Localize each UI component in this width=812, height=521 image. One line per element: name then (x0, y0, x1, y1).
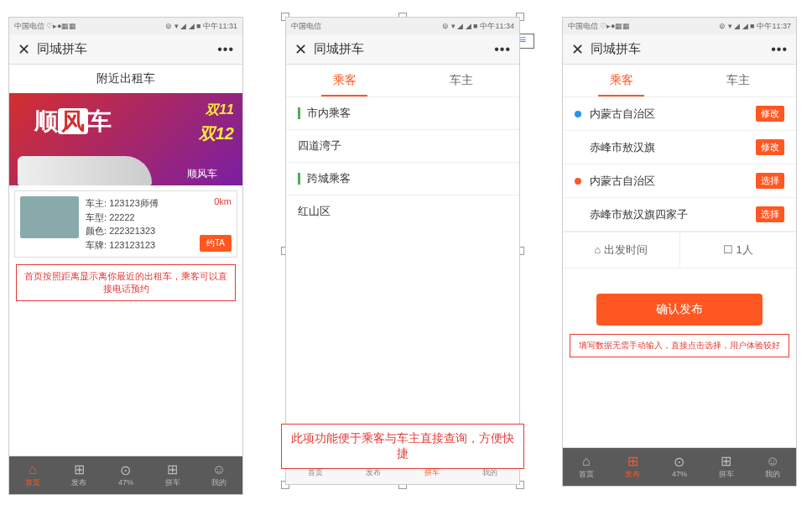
status-icons: ♡▸●▦▦ (600, 22, 630, 30)
phone-screenshot-1: 中国电信 ♡▸●▦▦ ⊚ ▾ ◢ ◢ ■ 中午11:31 ✕ 同城拼车 ••• … (8, 17, 243, 495)
car-icon: ⊞ (721, 455, 731, 468)
submit-button[interactable]: 确认发布 (596, 294, 763, 326)
car-color: 222321323 (109, 226, 155, 236)
phone-screenshot-3: 中国电信 ♡▸●▦▦ ⊚ ▾ ◢ ◢ ■ 中午11:37 ✕ 同城拼车 ••• … (562, 17, 797, 487)
close-icon[interactable]: ✕ (571, 40, 584, 59)
list-item[interactable]: 红山区 (286, 195, 519, 223)
user-icon: ☺ (212, 463, 226, 477)
search-icon: ⊙ (120, 464, 131, 477)
dot-icon (575, 111, 581, 117)
nav-publish[interactable]: ⊞发布 (56, 456, 103, 494)
nav-bar: ✕ 同城拼车 ••• (9, 34, 242, 65)
tabs: 乘客 车主 (286, 65, 519, 97)
driver-info: 车主: 123123师傅 车型: 22222 颜色: 222321323 车牌:… (86, 196, 193, 252)
list-header: 跨城乘客 (286, 163, 519, 195)
list-header: 市内乘客 (286, 97, 519, 130)
tab-owner[interactable]: 车主 (679, 65, 796, 96)
nav-title: 同城拼车 (314, 41, 494, 57)
indicator-icon (298, 107, 300, 119)
tab-passenger[interactable]: 乘客 (286, 65, 403, 96)
status-bar: 中国电信 ♡▸●▦▦ ⊚ ▾ ◢ ◢ ■ 中午11:31 (9, 18, 242, 34)
tabs: 乘客 车主 (563, 65, 796, 97)
train-graphic (18, 156, 152, 185)
car-plate: 123123123 (109, 240, 155, 250)
more-icon[interactable]: ••• (217, 42, 234, 57)
home-icon: ⌂ (29, 463, 37, 477)
status-time: 中午11:37 (757, 21, 791, 32)
bottom-nav: ⌂首页 ⊞发布 ⊙47% ⊞拼车 ☺我的 (9, 456, 242, 494)
location-row[interactable]: 赤峰市敖汉旗四家子选择 (563, 198, 796, 232)
plus-icon: ⊞ (74, 463, 85, 477)
modify-button[interactable]: 修改 (756, 139, 784, 155)
banner-d12: 双12 (199, 122, 234, 145)
home-icon: ⌂ (595, 243, 601, 256)
tab-owner[interactable]: 车主 (403, 65, 519, 96)
indicator-icon (298, 173, 300, 185)
status-time: 中午11:31 (203, 21, 237, 32)
status-bar: 中国电信 ⊚ ▾ ◢ ◢ ■ 中午11:34 (286, 18, 519, 34)
banner-d11: 双11 (206, 102, 234, 119)
modify-button[interactable]: 修改 (756, 106, 784, 122)
list-item[interactable]: 四道湾子 (286, 130, 519, 163)
close-icon[interactable]: ✕ (294, 40, 307, 59)
nav-mine[interactable]: ☺我的 (195, 456, 242, 494)
people-button[interactable]: ☐ 1人 (680, 232, 797, 268)
location-row[interactable]: 赤峰市敖汉旗修改 (563, 131, 796, 164)
status-icons: ♡▸●▦▦ (46, 22, 76, 30)
distance: 0km (214, 196, 232, 206)
user-icon: ☺ (766, 455, 779, 468)
carrier: 中国电信 (14, 21, 44, 32)
dot-icon (575, 178, 581, 185)
nav-title: 同城拼车 (37, 41, 217, 57)
more-icon[interactable]: ••• (494, 42, 511, 57)
nav-title: 同城拼车 (591, 41, 771, 57)
signal-icons: ⊚ ▾ ◢ ◢ ■ (165, 22, 200, 30)
annotation-box: 此项功能便于乘客与车主直接查询，方便快捷 (281, 424, 524, 469)
promo-banner[interactable]: 顺风车 双11 双12 顺风车 (9, 93, 242, 185)
status-time: 中午11:34 (480, 21, 514, 32)
section-title: 附近出租车 (9, 65, 242, 93)
nav-carpool[interactable]: ⊞拼车 (149, 456, 196, 494)
banner-text: 风 (58, 108, 88, 134)
driver-photo (20, 196, 79, 238)
chat-icon: ☐ (723, 243, 733, 256)
nav-home[interactable]: ⌂首页 (9, 456, 56, 494)
banner-sub: 顺风车 (187, 167, 217, 181)
signal-icons: ⊚ ▾ ◢ ◢ ■ (719, 22, 754, 30)
banner-text: 顺 (34, 108, 58, 134)
option-row: ⌂ 出发时间 ☐ 1人 (563, 232, 796, 268)
bottom-nav: ⌂首页 ⊞发布 ⊙47% ⊞拼车 ☺我的 (563, 447, 796, 486)
carrier: 中国电信 (568, 21, 598, 32)
search-icon: ⊙ (674, 456, 684, 469)
depart-time-button[interactable]: ⌂ 出发时间 (563, 232, 680, 268)
book-button[interactable]: 约TA (200, 235, 232, 252)
nav-publish[interactable]: ⊞发布 (610, 448, 657, 486)
close-icon[interactable]: ✕ (18, 40, 30, 59)
nav-bar: ✕ 同城拼车 ••• (286, 34, 519, 65)
home-icon: ⌂ (582, 455, 591, 468)
status-bar: 中国电信 ♡▸●▦▦ ⊚ ▾ ◢ ◢ ■ 中午11:37 (563, 18, 796, 34)
nav-percent[interactable]: ⊙47% (656, 448, 703, 486)
more-icon[interactable]: ••• (771, 42, 788, 57)
tab-passenger[interactable]: 乘客 (563, 65, 679, 96)
location-row[interactable]: 内蒙古自治区修改 (563, 97, 796, 131)
nav-home[interactable]: ⌂首页 (563, 448, 610, 486)
plus-icon: ⊞ (627, 455, 638, 468)
car-icon: ⊞ (167, 463, 178, 477)
banner-text: 车 (88, 108, 112, 134)
nav-carpool[interactable]: ⊞拼车 (703, 448, 750, 486)
annotation-box: 首页按照距离显示离你最近的出租车，乘客可以直接电话预约 (16, 264, 236, 301)
location-row[interactable]: 内蒙古自治区选择 (563, 164, 796, 198)
nav-percent[interactable]: ⊙47% (102, 456, 149, 494)
annotation-box: 填写数据无需手动输入，直接点击选择，用户体验较好 (570, 334, 789, 357)
signal-icons: ⊚ ▾ ◢ ◢ ■ (442, 22, 477, 30)
select-button[interactable]: 选择 (756, 206, 784, 222)
select-button[interactable]: 选择 (756, 173, 784, 189)
driver-name: 123123师傅 (109, 198, 159, 208)
carrier: 中国电信 (291, 21, 321, 32)
driver-card[interactable]: 车主: 123123师傅 车型: 22222 颜色: 222321323 车牌:… (14, 190, 237, 258)
nav-bar: ✕ 同城拼车 ••• (563, 34, 796, 65)
car-model: 22222 (109, 212, 135, 222)
phone-screenshot-2: 中国电信 ⊚ ▾ ◢ ◢ ■ 中午11:34 ✕ 同城拼车 ••• 乘客 车主 … (285, 17, 520, 485)
nav-mine[interactable]: ☺我的 (749, 448, 796, 486)
